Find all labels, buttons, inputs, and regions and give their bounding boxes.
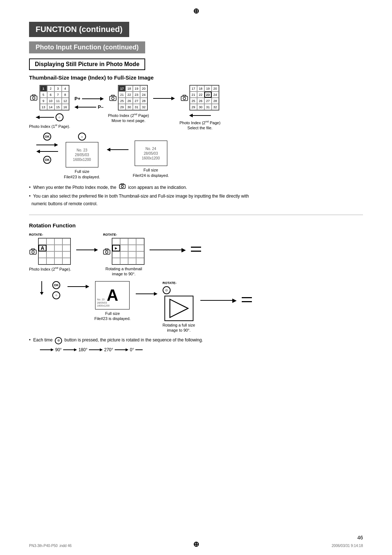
triangle-arrow-svg (168, 297, 190, 319)
rotation-bullet-text: button is pressed, the picture is rotate… (65, 337, 203, 343)
large-arrow-display (164, 296, 193, 321)
fullsize-rot-block: A No. 23 28/05/03 1600x1200 Full sizeFil… (94, 281, 131, 321)
crosshair-bottom: ⊕ (193, 540, 199, 548)
diagram-block-index2b: 17 18 19 20 21 22 23 24 25 26 27 28 29 3… (179, 85, 220, 130)
nav-arrows-group: P+ P– (74, 96, 103, 110)
rot-index-block: ROTATE- A (29, 233, 71, 272)
caption-index2b: Photo Index (2nd Page)Select the file. (179, 120, 220, 130)
diagram-block-index1: 1 2 3 4 5 6 7 8 9 10 11 12 (29, 85, 70, 129)
page-number: 46 (357, 535, 363, 540)
bullet-section-1: • When you enter the Photo Index mode, t… (29, 183, 363, 207)
arrow-rot-end (200, 298, 237, 304)
section-divider (29, 215, 363, 215)
svg-point-3 (111, 97, 114, 100)
bullet-2-text-cont: numeric buttons of remote control. (32, 201, 98, 206)
main-banner: FUNCTION (continued) (29, 22, 129, 37)
footer-left: PN3-3th-P40-P50 .indd 46 (29, 544, 72, 548)
sub-heading: Thumbnail-Size Image (Index) to Full-Siz… (29, 74, 363, 81)
rot-fullsize-result: ROTATE- ⊙ Rotating a full sizeimage to 9… (163, 281, 195, 333)
crosshair-top: ⊕ (193, 7, 199, 15)
rot-index-grid-1: A (38, 238, 71, 265)
ok-button-2: OK (43, 156, 51, 164)
camera-icon-rot2 (103, 248, 110, 255)
footer-right: 2006/03/31 9:14:18 (332, 544, 363, 548)
caption-fullsize24: Full sizeFile#24 is displayed. (133, 167, 169, 178)
seq-270: 270° (103, 347, 115, 352)
seq-90: 90° (54, 347, 63, 352)
arrow-left-3 (189, 113, 211, 118)
file23-info: No. 23 28/05/03 1600x1200 (97, 298, 110, 307)
svg-point-7 (121, 185, 123, 187)
svg-point-9 (32, 251, 34, 254)
svg-rect-6 (119, 185, 125, 189)
ok-button-rot: OK (52, 281, 60, 289)
caption-rot-index: Photo Index (2nd Page). (29, 266, 71, 272)
seq-180: 180° (77, 347, 89, 352)
rotate-circle-icon: ⊙ (163, 286, 171, 294)
fullsize-rot-image: A No. 23 28/05/03 1600x1200 (95, 281, 130, 309)
caption-index2a: Photo Index (2nd Page)Move to next page. (108, 113, 149, 123)
caption-rot-full: Rotating a full sizeimage to 90°. (163, 323, 195, 333)
ok-arrow-path (40, 281, 44, 295)
end-dashes-2 (242, 297, 252, 302)
arrow-rot-2 (150, 247, 186, 254)
svg-point-5 (183, 97, 185, 100)
arrow-right-p1 (82, 97, 104, 101)
rotate-label-2: ROTATE- (103, 233, 117, 236)
arrow-rot-1 (76, 247, 98, 253)
svg-point-11 (105, 251, 108, 254)
svg-marker-12 (170, 299, 188, 317)
arrow-to-index2b (153, 96, 175, 102)
sequence-row: 90° 180° 270° 0° (40, 347, 363, 352)
camera-icon-rot1 (29, 248, 37, 255)
index-grid-3: 17 18 19 20 21 22 23 24 25 26 27 28 29 3… (189, 85, 219, 110)
arrow-rot-ok (68, 284, 89, 290)
knob-icon-1: ○ (56, 113, 64, 121)
end-dashes-1 (191, 247, 201, 252)
ok-rot-group: OK ○ (52, 281, 60, 299)
p-plus-label: P+ (74, 96, 80, 101)
rotate-btn-inline: ⊙ (55, 337, 62, 344)
section-heading: Displaying Still Picture in Photo Mode (29, 58, 145, 70)
arrow-left-ok1 (36, 149, 58, 154)
arrow-right-ok1 (36, 143, 58, 147)
rotation-heading: Rotation Function (29, 222, 363, 228)
knob-icon-2: ○ (78, 133, 86, 141)
rot-thumb-block: ROTATE- ► (103, 233, 144, 277)
knob-rot: ○ (52, 291, 60, 299)
bullet-1-text: When you enter the Photo Index mode, the (33, 185, 118, 190)
arrow-left-p1 (74, 105, 96, 109)
p-minus-label: P– (98, 104, 103, 110)
rotate-label-1: ROTATE- (29, 233, 43, 236)
fullsize-image-24: No. 24 28/05/03 1600x1200 (135, 141, 167, 166)
rotate-label-3: ROTATE- (163, 281, 177, 285)
diagram-block-index2a: 17 18 19 20 21 22 23 24 25 26 27 28 29 3… (108, 85, 149, 123)
caption-rot-thumb: Rotating a thumbnailimage to 90°. (105, 266, 142, 277)
fullsize-image-23: No. 23 28/05/03 1600x1200 (66, 142, 98, 167)
caption-index1: Photo Index (1st Page). (29, 123, 70, 129)
fullsize-24-group: No. 24 28/05/03 1600x1200 Full sizeFile#… (133, 133, 169, 178)
rot-index-grid-2: ► (112, 238, 144, 265)
arrow-between-fullsize (107, 147, 128, 153)
caption-fullsize23: Full sizeFile#23 is displayed. (64, 169, 100, 179)
camera-icon-inline (119, 183, 126, 189)
arrow-rot-full (136, 291, 158, 297)
caption-fullsize-rot: Full sizeFile#23 is displayed. (94, 311, 131, 321)
seq-0: 0° (128, 347, 135, 352)
camera-icon-3 (181, 94, 188, 101)
camera-icon-1 (30, 94, 37, 101)
bullet-1-text-2: icon appears as the indication. (128, 185, 187, 190)
camera-icon-2 (109, 94, 117, 101)
bullet-rotation: • Each time ⊙ button is pressed, the pic… (29, 336, 363, 344)
ok-button-1: OK (43, 133, 51, 141)
index-grid-2: 17 18 19 20 21 22 23 24 25 26 27 28 29 3… (118, 85, 148, 110)
fullsize-23-group: ○ No. 23 28/05/03 1600x1200 Full sizeFil… (64, 133, 100, 179)
ok-group-1: OK OK (36, 133, 58, 164)
bullet-2-text: You can also select the preferred file i… (33, 194, 249, 199)
svg-point-1 (32, 97, 35, 99)
sub-banner: Photo Input Function (continued) (29, 41, 145, 53)
index-grid-1: 1 2 3 4 5 6 7 8 9 10 11 12 (40, 85, 69, 110)
arrow-left-1 (36, 115, 54, 119)
